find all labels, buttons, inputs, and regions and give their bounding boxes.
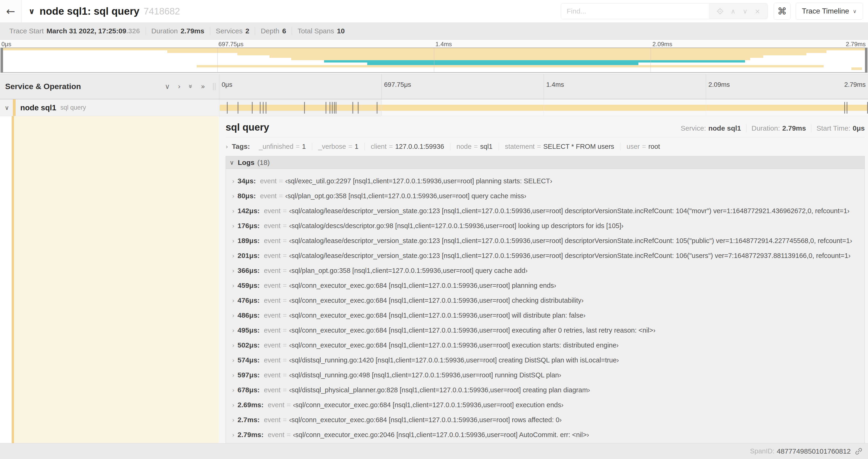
log-entry[interactable]: ›2.7ms:event=‹sql/conn_executor_exec.go:… <box>229 412 865 427</box>
minimap-span <box>324 60 745 63</box>
expand-one-icon[interactable]: › <box>178 82 181 91</box>
log-field-key: event <box>268 401 284 409</box>
log-marker <box>352 102 353 113</box>
minimap-span <box>851 67 862 70</box>
trace-summary-item: Services2 <box>210 27 255 35</box>
log-entry[interactable]: ›486μs:event=‹sql/conn_executor_exec.go:… <box>229 308 865 323</box>
find-input[interactable] <box>561 3 709 19</box>
prev-result-icon[interactable]: ∧ <box>731 7 736 15</box>
log-timestamp: 2.69ms: <box>238 401 264 409</box>
chevron-right-icon: › <box>229 178 238 185</box>
log-entry[interactable]: ›34μs:event=‹sql/exec_util.go:2297 [nsql… <box>229 173 865 189</box>
minimap-left-scrubber[interactable] <box>1 48 3 72</box>
log-entry[interactable]: ›201μs:event=‹sql/catalog/lease/descript… <box>229 248 865 263</box>
equals-sign: = <box>283 416 287 424</box>
log-message: ‹sql/catalog/lease/descriptor_version_st… <box>289 237 852 245</box>
log-entry[interactable]: ›142μs:event=‹sql/catalog/lease/descript… <box>229 203 865 218</box>
log-entry[interactable]: ›459μs:event=‹sql/conn_executor_exec.go:… <box>229 278 865 293</box>
log-entry[interactable]: ›2.69ms:event=‹sql/conn_executor_exec.go… <box>229 397 865 412</box>
log-entry[interactable]: ›574μs:event=‹sql/distsql_running.go:142… <box>229 353 865 368</box>
chevron-right-icon: › <box>229 223 238 230</box>
equals-sign: = <box>283 312 287 319</box>
log-entry[interactable]: ›495μs:event=‹sql/conn_executor_exec.go:… <box>229 323 865 338</box>
log-entry[interactable]: ›597μs:event=‹sql/distsql_running.go:498… <box>229 368 865 383</box>
log-marker <box>332 102 333 113</box>
view-select-button[interactable]: Trace Timeline ∨ <box>796 3 863 20</box>
next-result-icon[interactable]: ∨ <box>743 7 748 15</box>
log-entry[interactable]: ›2.79ms:event=‹sql/conn_executor_exec.go… <box>229 427 865 442</box>
log-entry[interactable]: ›176μs:event=‹sql/catalog/descs/descript… <box>229 218 865 233</box>
log-message: ‹sql/conn_executor_exec.go:684 [nsql1,cl… <box>289 327 655 334</box>
log-field-key: event <box>268 431 284 439</box>
equals-sign: = <box>283 371 287 379</box>
log-entry[interactable]: ›502μs:event=‹sql/conn_executor_exec.go:… <box>229 338 865 353</box>
view-select-label: Trace Timeline <box>802 7 849 15</box>
trace-summary-value-fraction: .326 <box>126 27 140 35</box>
log-field-key: event <box>260 192 277 200</box>
log-entry[interactable]: ›678μs:event=‹sql/distsql_physical_plann… <box>229 383 865 397</box>
back-button[interactable]: ← <box>0 0 22 22</box>
log-message: ‹sql/distsql_physical_planner.go:828 [ns… <box>289 386 590 394</box>
start-time-value: 0μs <box>852 124 865 132</box>
log-marker <box>326 102 327 113</box>
timeline-grid-header: Service & Operation ∨ › » » 0μs697.75μs1… <box>0 74 868 99</box>
minimap-canvas[interactable] <box>0 47 868 73</box>
log-timestamp: 678μs: <box>238 386 260 394</box>
command-icon: ⌘ <box>777 6 787 17</box>
minimap-right-scrubber[interactable] <box>865 48 867 72</box>
ruler-tick-label: 2.79ms <box>844 74 868 99</box>
logs-header[interactable]: ∨ Logs (18) <box>226 156 865 169</box>
chevron-right-icon: › <box>229 252 238 259</box>
tags-row[interactable]: › Tags: _unfinished=1_verbose=1client=12… <box>226 142 865 151</box>
tag-value: 127.0.0.1:59936 <box>395 143 444 150</box>
tag-value: 1 <box>302 143 306 150</box>
log-marker <box>334 102 335 113</box>
collapse-all-icon[interactable]: » <box>187 84 195 88</box>
equals-sign: = <box>389 143 393 150</box>
log-entry[interactable]: ›476μs:event=‹sql/conn_executor_exec.go:… <box>229 293 865 308</box>
expand-all-icon[interactable]: » <box>201 82 205 91</box>
log-field-key: event <box>264 222 280 230</box>
chevron-down-icon[interactable]: ∨ <box>28 6 35 16</box>
chevron-right-icon: › <box>229 387 238 394</box>
span-row-timeline <box>219 99 868 116</box>
log-timestamp: 597μs: <box>238 371 260 379</box>
log-message: ‹sql/exec_util.go:2297 [nsql1,client=127… <box>285 177 552 185</box>
log-entry[interactable]: ›366μs:event=‹sql/plan_opt.go:358 [nsql1… <box>229 263 865 278</box>
chevron-down-icon: ∨ <box>229 159 234 166</box>
tag-key: statement <box>505 143 534 150</box>
log-timestamp: 502μs: <box>238 341 260 349</box>
locate-icon[interactable] <box>717 8 723 15</box>
log-entry[interactable]: ›189μs:event=‹sql/catalog/lease/descript… <box>229 233 865 248</box>
log-message: ‹sql/conn_executor_exec.go:684 [nsql1,cl… <box>289 297 584 304</box>
log-timestamp: 495μs: <box>238 326 260 334</box>
log-message: ‹sql/distsql_running.go:1420 [nsql1,clie… <box>289 356 619 364</box>
duration-label: Duration: <box>751 124 780 132</box>
tag-item: user=root <box>620 143 666 151</box>
span-row-name-column: ∨ node sql1 sql query <box>0 99 219 116</box>
timeline-column-line <box>381 99 382 116</box>
equals-sign: = <box>283 341 287 349</box>
log-field-key: event <box>260 177 277 185</box>
log-entry[interactable]: ›80μs:event=‹sql/plan_opt.go:358 [nsql1,… <box>229 189 865 203</box>
trace-title-area: ∨ node sql1: sql query 7418682 <box>22 5 561 17</box>
start-time-label: Start Time: <box>816 124 850 132</box>
minimap-tick-label: 697.75μs <box>217 41 244 48</box>
equals-sign: = <box>283 356 287 364</box>
chevron-right-icon: › <box>226 143 228 150</box>
collapse-one-icon[interactable]: ∨ <box>165 82 170 91</box>
chevron-right-icon: › <box>229 297 238 304</box>
chevron-down-icon[interactable]: ∨ <box>5 104 9 111</box>
log-field-key: event <box>264 207 280 215</box>
clear-search-icon[interactable]: × <box>754 7 760 15</box>
span-row[interactable]: ∨ node sql1 sql query <box>0 99 868 116</box>
equals-sign: = <box>474 143 478 150</box>
link-icon[interactable] <box>855 447 863 456</box>
log-timestamp: 2.79ms: <box>238 431 264 439</box>
equals-sign: = <box>283 222 287 230</box>
span-detail-panel: sql query Service: node sql1 Duration: 2… <box>219 116 868 443</box>
column-resizer[interactable] <box>213 83 215 90</box>
log-field-key: event <box>264 371 280 379</box>
tag-item: client=127.0.0.1:59936 <box>365 143 450 151</box>
keyboard-shortcuts-button[interactable]: ⌘ <box>774 3 790 20</box>
